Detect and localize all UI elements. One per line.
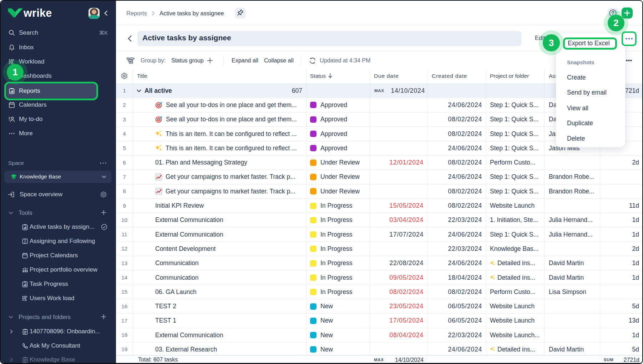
- svg-text:wrike: wrike: [23, 7, 52, 18]
